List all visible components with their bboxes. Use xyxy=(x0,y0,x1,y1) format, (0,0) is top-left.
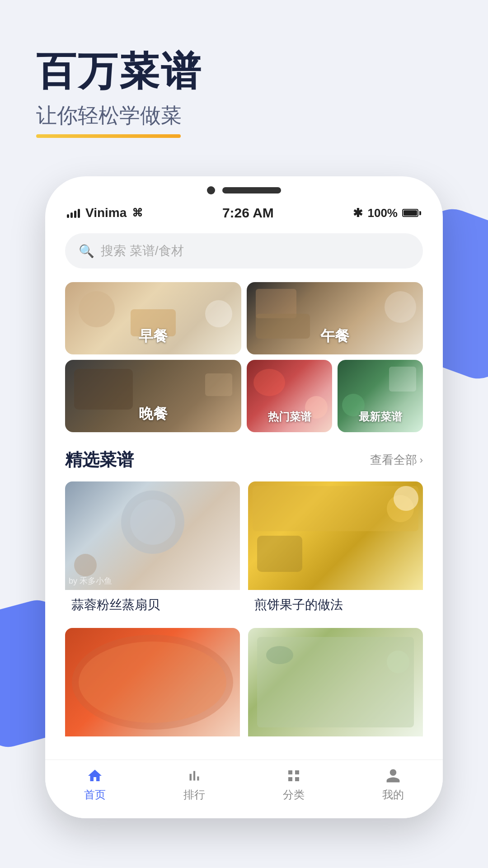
subtitle-underline xyxy=(36,134,181,138)
recipe-name-4 xyxy=(248,736,423,749)
featured-header: 精选菜谱 查看全部 › xyxy=(65,448,423,472)
category-breakfast[interactable]: 早餐 xyxy=(65,282,241,354)
category-hot-label: 热门菜谱 xyxy=(268,410,311,424)
category-dinner[interactable]: 晚餐 xyxy=(65,360,241,432)
wifi-icon: ⌘ xyxy=(132,207,143,219)
tab-mine-label: 我的 xyxy=(382,788,404,802)
category-hot[interactable]: 热门菜谱 xyxy=(247,360,332,432)
recipe-grid: by 禾多小鱼 蒜蓉粉丝蒸扇贝 煎饼果子的做法 xyxy=(65,481,423,749)
app-title: 百万菜谱 xyxy=(36,50,202,94)
signal-bars xyxy=(67,208,80,218)
camera-dot xyxy=(207,186,215,194)
recipe-card-3[interactable] xyxy=(65,628,240,749)
category-breakfast-label: 早餐 xyxy=(139,326,168,346)
category-new-label: 最新菜谱 xyxy=(359,410,402,424)
search-placeholder-text: 搜索 菜谱/食材 xyxy=(101,242,184,259)
recipe-card-4[interactable] xyxy=(248,628,423,749)
status-time: 7:26 AM xyxy=(222,205,274,221)
featured-section: 精选菜谱 查看全部 › by 禾多小鱼 蒜蓉粉丝蒸扇贝 xyxy=(45,432,443,749)
app-subtitle: 让你轻松学做菜 xyxy=(36,102,202,130)
phone-mockup: Vinima ⌘ 7:26 AM ✱ 100% 🔍 搜索 菜谱/食材 xyxy=(45,176,443,818)
status-left: Vinima ⌘ xyxy=(67,206,143,220)
bluetooth-icon: ✱ xyxy=(353,206,363,220)
battery-percent: 100% xyxy=(367,206,398,220)
view-all-text: 查看全部 xyxy=(370,452,417,468)
search-icon: 🔍 xyxy=(79,244,94,259)
phone-notch xyxy=(45,176,443,194)
recipe-name-1: 蒜蓉粉丝蒸扇贝 xyxy=(65,590,240,620)
tab-rank-label: 排行 xyxy=(183,788,205,802)
home-icon xyxy=(87,768,103,784)
tab-home[interactable]: 首页 xyxy=(84,768,106,802)
recipe-img-1: by 禾多小鱼 xyxy=(65,481,240,590)
watermark-1: by 禾多小鱼 xyxy=(69,576,112,586)
battery-icon xyxy=(402,209,421,217)
view-all-chevron-icon: › xyxy=(420,454,423,466)
recipe-name-2: 煎饼果子的做法 xyxy=(248,590,423,620)
recipe-card-1[interactable]: by 禾多小鱼 蒜蓉粉丝蒸扇贝 xyxy=(65,481,240,620)
tab-rank[interactable]: 排行 xyxy=(183,768,205,802)
header-area: 百万菜谱 让你轻松学做菜 xyxy=(36,50,202,138)
recipe-img-4 xyxy=(248,628,423,736)
recipe-card-2[interactable]: 煎饼果子的做法 xyxy=(248,481,423,620)
category-lunch-label: 午餐 xyxy=(320,326,349,346)
tab-category[interactable]: 分类 xyxy=(283,768,305,802)
category-small-group: 热门菜谱 最新菜谱 xyxy=(247,360,423,432)
carrier-name: Vinima xyxy=(85,206,127,220)
category-lunch[interactable]: 午餐 xyxy=(247,282,423,354)
tab-category-label: 分类 xyxy=(283,788,305,802)
recipe-img-3 xyxy=(65,628,240,736)
category-new[interactable]: 最新菜谱 xyxy=(338,360,423,432)
recipe-img-2 xyxy=(248,481,423,590)
featured-title: 精选菜谱 xyxy=(65,448,134,472)
category-dinner-label: 晚餐 xyxy=(139,404,168,424)
category-icon xyxy=(286,768,302,784)
user-icon xyxy=(385,768,401,784)
recipe-name-3 xyxy=(65,736,240,749)
search-bar[interactable]: 🔍 搜索 菜谱/食材 xyxy=(65,233,423,269)
status-bar: Vinima ⌘ 7:26 AM ✱ 100% xyxy=(45,199,443,221)
tab-bar: 首页 排行 分类 我的 xyxy=(45,760,443,818)
speaker xyxy=(222,187,281,193)
tab-mine[interactable]: 我的 xyxy=(382,768,404,802)
rank-icon xyxy=(186,768,202,784)
status-right: ✱ 100% xyxy=(353,206,421,220)
search-container: 🔍 搜索 菜谱/食材 xyxy=(45,221,443,269)
category-grid: 早餐 午餐 晚餐 热门菜谱 xyxy=(45,269,443,432)
tab-home-label: 首页 xyxy=(84,788,106,802)
view-all-button[interactable]: 查看全部 › xyxy=(370,452,423,468)
